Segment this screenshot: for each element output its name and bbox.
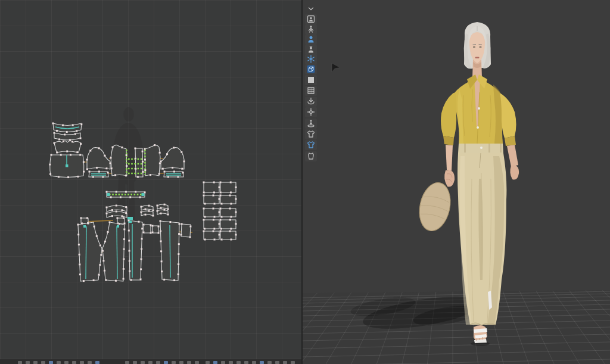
pattern-piece-small-band[interactable] [157, 210, 168, 214]
clutch-bag[interactable] [415, 180, 455, 234]
pattern-piece-belt-loop[interactable] [220, 209, 236, 217]
blouse-sleeve-left [441, 93, 456, 138]
toolbar-icon-cutoff[interactable] [221, 361, 225, 364]
pattern-piece-belt-loop[interactable] [204, 220, 219, 229]
toolbar-icon-cutoff[interactable] [195, 361, 199, 364]
toolbar-icon-cutoff[interactable] [64, 361, 69, 364]
pattern-piece-collar-stand[interactable] [54, 133, 80, 140]
tshirt-icon[interactable] [305, 129, 317, 139]
avatar-box-icon[interactable] [305, 14, 317, 24]
pattern-2d-panel[interactable] [0, 0, 301, 364]
grid-icon[interactable] [305, 86, 317, 96]
pose-figure-icon[interactable] [305, 24, 317, 35]
toolbar-icon-cutoff[interactable] [283, 361, 287, 364]
toolbar-icon-cutoff[interactable] [88, 361, 92, 364]
viewport-toolbar [304, 0, 319, 173]
avatar-hand-right [510, 166, 519, 180]
blouse-pattern-group[interactable] [50, 123, 184, 178]
person-cap-icon[interactable] [305, 45, 317, 55]
toolbar-icon-cutoff[interactable] [57, 361, 61, 364]
garment-3d-panel[interactable] [303, 0, 610, 364]
toolbar-icon-cutoff[interactable] [95, 361, 99, 364]
garment-blouse[interactable] [441, 74, 516, 146]
pattern-piece-small-band[interactable] [141, 206, 153, 210]
application-window [0, 0, 610, 364]
pattern-piece-pocket-facing[interactable] [144, 225, 151, 233]
pattern-piece-belt-loop[interactable] [220, 231, 236, 239]
chevron-down-icon[interactable] [305, 4, 317, 14]
pattern-piece-front-left[interactable] [111, 145, 127, 176]
pattern-piece-belt-loop[interactable] [220, 220, 236, 229]
bottom-toolbar-cutoff [0, 359, 301, 364]
toolbar-icon-cutoff[interactable] [172, 361, 176, 364]
pattern-piece-belt-loop[interactable] [220, 182, 236, 192]
figure-platform-icon[interactable] [305, 119, 317, 129]
viewport-canvas[interactable] [303, 0, 610, 364]
pattern-piece-front-right[interactable] [145, 145, 160, 176]
toolbar-icon-cutoff[interactable] [26, 361, 30, 364]
pattern-piece-small-band[interactable] [157, 204, 168, 209]
blouse-button [477, 126, 479, 129]
sandal-front [474, 325, 487, 343]
toolbar-icon-cutoff[interactable] [18, 361, 22, 364]
person-icon[interactable] [305, 35, 317, 45]
pattern-piece-belt-loop[interactable] [220, 195, 236, 204]
toolbar-icon-cutoff[interactable] [72, 361, 76, 364]
pattern-piece-belt-loop[interactable] [204, 182, 219, 192]
avatar-forearm-right [507, 145, 518, 167]
pattern-piece-small-band[interactable] [141, 211, 153, 216]
belt-loop [488, 144, 490, 153]
pattern-piece-sleeve-right[interactable] [161, 148, 184, 169]
joint-icon[interactable] [305, 107, 317, 117]
pattern-piece-pocket-facing[interactable] [181, 224, 191, 237]
avatar-forearm-left [446, 145, 453, 171]
avatar-eye-left [473, 46, 475, 48]
toolbar-icon-cutoff[interactable] [49, 361, 53, 364]
snowflake-icon[interactable] [305, 54, 317, 64]
avatar-eye-right [480, 46, 482, 48]
toolbar-icon-cutoff[interactable] [125, 361, 129, 364]
toolbar-icon-cutoff[interactable] [141, 361, 145, 364]
avatar-lips [475, 57, 480, 59]
toolbar-icon-cutoff[interactable] [156, 361, 160, 364]
toolbar-icon-cutoff[interactable] [148, 361, 152, 364]
toolbar-icon-cutoff[interactable] [33, 361, 38, 364]
toolbar-icon-cutoff[interactable] [260, 361, 264, 364]
toolbar-icon-cutoff[interactable] [179, 361, 183, 364]
toolbar-icon-cutoff[interactable] [187, 361, 191, 364]
toolbar-icon-cutoff[interactable] [206, 361, 210, 364]
tray-download-icon[interactable] [305, 97, 317, 107]
pattern-piece-belt-loop[interactable] [204, 195, 219, 204]
mouse-cursor [332, 63, 340, 72]
pattern-piece-pant-front-right[interactable] [102, 222, 125, 281]
pattern-piece-belt-loop[interactable] [204, 209, 219, 217]
toolbar-icon-cutoff[interactable] [133, 361, 137, 364]
toolbar-icon-cutoff[interactable] [275, 361, 279, 364]
toolbar-icon-cutoff[interactable] [41, 361, 45, 364]
toolbar-icon-cutoff[interactable] [267, 361, 272, 364]
blouse-button [478, 107, 480, 110]
pants-button [480, 147, 483, 149]
cube-icon[interactable] [305, 64, 317, 74]
pattern-canvas[interactable] [0, 0, 301, 364]
toolbar-icon-cutoff[interactable] [291, 361, 295, 364]
toolbar-icon-cutoff[interactable] [80, 361, 84, 364]
pattern-piece-pant-front-left[interactable] [78, 222, 102, 281]
tshirt2-icon[interactable] [305, 140, 317, 150]
garment-pants[interactable] [458, 144, 506, 325]
garment-icon[interactable] [305, 151, 317, 161]
toolbar-icon-cutoff[interactable] [229, 361, 233, 364]
toolbar-icon-cutoff[interactable] [213, 361, 217, 364]
belt-loop [500, 144, 502, 153]
toolbar-icon-cutoff[interactable] [236, 361, 241, 364]
toolbar-icon-cutoff[interactable] [164, 361, 168, 364]
toolbar-icon-cutoff[interactable] [252, 361, 256, 364]
solid-square-icon[interactable] [305, 75, 317, 85]
blouse-sleeve-right [500, 93, 516, 138]
avatar-hand-left [444, 170, 455, 187]
toolbar-icon-cutoff[interactable] [244, 361, 248, 364]
pattern-piece-belt-loop[interactable] [204, 231, 219, 239]
belt-loop [464, 144, 466, 153]
